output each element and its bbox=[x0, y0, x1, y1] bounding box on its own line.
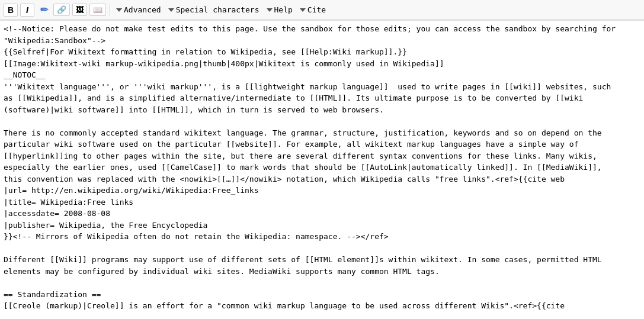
cite-label: Cite bbox=[307, 5, 326, 14]
advanced-menu[interactable]: Advanced bbox=[114, 4, 164, 15]
advanced-label: Advanced bbox=[124, 5, 161, 14]
italic-button[interactable]: I bbox=[20, 4, 34, 17]
cite-arrow-icon bbox=[300, 8, 306, 12]
help-label: Help bbox=[274, 5, 293, 14]
link-button[interactable]: 🔗 bbox=[53, 4, 70, 16]
cite-menu[interactable]: Cite bbox=[297, 4, 328, 15]
special-chars-label: Special characters bbox=[176, 5, 259, 14]
image-button[interactable]: 🖼 bbox=[72, 4, 87, 16]
pencil-button[interactable]: ✏ bbox=[37, 3, 51, 17]
special-chars-arrow-icon bbox=[168, 8, 174, 12]
editor-toolbar: B I ✏ 🔗 🖼 📖 Advanced Special characters … bbox=[0, 0, 644, 20]
special-chars-menu[interactable]: Special characters bbox=[166, 4, 262, 15]
help-arrow-icon bbox=[267, 8, 273, 12]
bold-button[interactable]: B bbox=[4, 4, 18, 17]
ref-button[interactable]: 📖 bbox=[89, 4, 106, 16]
separator-1 bbox=[110, 4, 110, 16]
help-menu[interactable]: Help bbox=[264, 4, 295, 15]
wiki-editor[interactable] bbox=[0, 20, 644, 319]
advanced-arrow-icon bbox=[116, 8, 122, 12]
